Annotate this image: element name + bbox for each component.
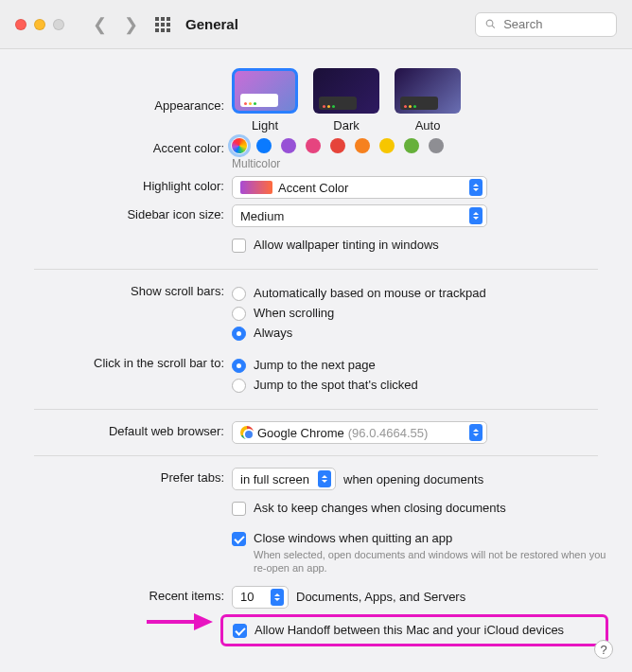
minimize-icon[interactable]: [34, 19, 45, 30]
accent-green[interactable]: [404, 138, 419, 153]
divider: [34, 409, 598, 410]
scrollbars-label: Show scroll bars:: [19, 281, 232, 298]
tabs-value: in full screen: [240, 472, 309, 486]
accent-blue[interactable]: [256, 138, 272, 153]
accent-orange[interactable]: [355, 138, 370, 153]
sidebar-size-select[interactable]: Medium: [232, 204, 487, 227]
browser-name: Google Chrome: [257, 426, 344, 440]
highlight-swatch-icon: [240, 181, 272, 194]
scrollbars-auto-radio[interactable]: [232, 287, 246, 301]
close-windows-label: Close windows when quitting an app: [254, 531, 452, 545]
page-title: General: [185, 16, 238, 32]
close-windows-checkbox[interactable]: [232, 532, 246, 546]
highlight-label: Highlight color:: [19, 176, 232, 193]
recent-select[interactable]: 10: [232, 586, 289, 609]
handoff-label: Allow Handoff between this Mac and your …: [255, 623, 564, 637]
accent-graphite[interactable]: [429, 138, 444, 153]
accent-label: Accent color:: [19, 138, 232, 155]
appearance-label: Appearance:: [19, 68, 232, 113]
annotation-arrow-icon: [147, 606, 213, 637]
accent-multicolor[interactable]: [232, 138, 247, 153]
divider: [34, 455, 598, 456]
back-icon[interactable]: ❮: [93, 14, 107, 35]
browser-select[interactable]: Google Chrome (96.0.4664.55): [232, 421, 487, 444]
accent-pink[interactable]: [306, 138, 321, 153]
accent-colors: [232, 138, 613, 153]
appearance-dark[interactable]: Dark: [313, 68, 379, 133]
appearance-light-label: Light: [252, 118, 278, 133]
recent-label: Recent items:: [19, 586, 232, 603]
nav-controls: ❮ ❯: [93, 14, 170, 35]
tabs-label: Prefer tabs:: [19, 468, 232, 485]
close-windows-hint: When selected, open documents and window…: [254, 548, 613, 575]
sidebar-size-label: Sidebar icon size:: [19, 204, 232, 221]
appearance-light[interactable]: Light: [232, 68, 298, 133]
sidebar-size-value: Medium: [240, 209, 284, 223]
chrome-icon: [240, 426, 254, 439]
scrollclick-spot-radio[interactable]: [232, 379, 246, 393]
recent-suffix: Documents, Apps, and Servers: [296, 590, 465, 604]
appearance-dark-label: Dark: [333, 118, 359, 133]
forward-icon: ❯: [124, 14, 138, 35]
accent-red[interactable]: [330, 138, 345, 153]
titlebar: ❮ ❯ General: [0, 0, 632, 49]
tabs-select[interactable]: in full screen: [232, 468, 336, 490]
handoff-checkbox[interactable]: [233, 624, 247, 638]
search-icon: [485, 18, 496, 30]
appearance-auto[interactable]: Auto: [395, 68, 461, 133]
stepper-icon: [271, 589, 284, 606]
wallpaper-tint-checkbox[interactable]: [232, 239, 246, 253]
annotation-highlight: Allow Handoff between this Mac and your …: [220, 614, 608, 646]
scrollclick-label: Click in the scroll bar to:: [19, 353, 232, 370]
highlight-select[interactable]: Accent Color: [232, 176, 487, 199]
wallpaper-tint-label: Allow wallpaper tinting in windows: [254, 238, 439, 252]
window-controls: [15, 19, 64, 30]
scrollbars-always-label: Always: [254, 326, 292, 340]
scrollbars-always-radio[interactable]: [232, 327, 246, 341]
appearance-auto-label: Auto: [415, 118, 441, 133]
ask-keep-checkbox[interactable]: [232, 502, 246, 516]
search-input[interactable]: [475, 12, 617, 37]
scrollclick-spot-label: Jump to the spot that's clicked: [254, 378, 418, 392]
stepper-icon: [318, 470, 331, 487]
divider: [34, 269, 598, 270]
recent-value: 10: [240, 590, 254, 604]
close-icon[interactable]: [15, 19, 26, 30]
scrollbars-scrolling-radio[interactable]: [232, 307, 246, 321]
scrollbars-scrolling-label: When scrolling: [254, 306, 334, 320]
stepper-icon: [469, 424, 483, 441]
stepper-icon: [469, 207, 483, 224]
accent-yellow[interactable]: [379, 138, 395, 153]
ask-keep-label: Ask to keep changes when closing documen…: [254, 501, 506, 515]
browser-version: (96.0.4664.55): [348, 426, 429, 440]
highlight-value: Accent Color: [278, 181, 348, 195]
scrollclick-next-radio[interactable]: [232, 359, 246, 373]
accent-purple[interactable]: [281, 138, 296, 153]
scrollclick-next-label: Jump to the next page: [254, 358, 376, 372]
browser-label: Default web browser:: [19, 421, 232, 438]
accent-caption: Multicolor: [232, 157, 613, 170]
search-field[interactable]: [501, 16, 606, 32]
tabs-suffix: when opening documents: [343, 472, 483, 486]
zoom-icon: [53, 19, 64, 30]
scrollbars-auto-label: Automatically based on mouse or trackpad: [254, 286, 486, 300]
help-button[interactable]: ?: [594, 640, 613, 659]
stepper-icon: [469, 179, 483, 196]
show-all-icon[interactable]: [155, 17, 170, 32]
